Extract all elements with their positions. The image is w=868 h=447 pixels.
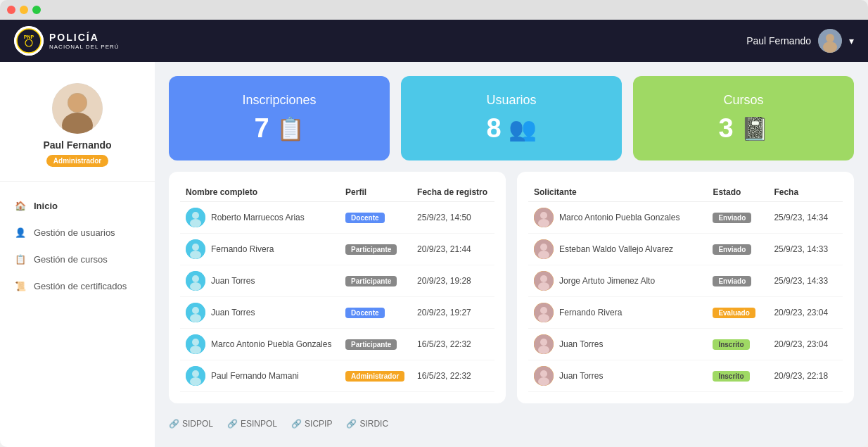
requester-name-cell: Juan Torres (528, 360, 707, 392)
requester-status-cell: Enviado (707, 234, 768, 265)
app-window: PNP POLICÍA NACIONAL DEL PERÚ Paul Ferna… (0, 0, 868, 447)
nav-user-name: Paul Fernando (746, 35, 811, 46)
requester-name-cell: Marco Antonio Puebla Gonzales (528, 202, 707, 234)
user-date-cell: 16/5/23, 22:32 (411, 360, 494, 392)
requester-name: Esteban Waldo Vallejo Alvarez (559, 244, 673, 254)
svg-point-1 (17, 29, 41, 53)
requests-table-card: Solicitante Estado Fecha (517, 172, 854, 403)
user-name-cell: Marco Antonio Puebla Gonzales (180, 329, 340, 360)
table-row: Juan Torres Participante 20/9/23, 19:28 (180, 265, 494, 297)
link-sicpip[interactable]: 🔗 SICPIP (291, 419, 332, 429)
link-icon-sirdic: 🔗 (346, 419, 357, 429)
minimize-button[interactable] (20, 6, 28, 14)
titlebar (0, 0, 868, 20)
close-button[interactable] (7, 6, 15, 14)
status-badge: Enviado (713, 244, 751, 255)
sidebar-item-inicio[interactable]: 🏠 Inicio (0, 192, 155, 219)
requester-name-cell: Jorge Artuto Jimenez Alto (528, 265, 707, 297)
stats-row: Inscripciones 7 📋 Usuarios 8 👥 (169, 76, 854, 160)
main-content: Paul Fernando Administrador 🏠 Inicio 👤 G… (0, 62, 868, 447)
svg-point-34 (538, 251, 549, 259)
requester-name: Juan Torres (559, 339, 603, 349)
profile-badge: Participante (345, 276, 397, 287)
col-fecha-req: Fecha (768, 183, 843, 202)
user-name: Juan Torres (211, 276, 255, 286)
table-row: Roberto Marruecos Arias Docente 25/9/23,… (180, 202, 494, 234)
status-badge: Enviado (713, 276, 751, 287)
svg-point-33 (540, 244, 547, 251)
profile-avatar (52, 83, 103, 134)
sidebar-label-inicio: Inicio (34, 201, 58, 211)
user-name: Juan Torres (211, 308, 255, 317)
sidebar-label-usuarios: Gestión de usuarios (34, 227, 115, 238)
requester-status-cell: Enviado (707, 202, 768, 234)
stat-value-inscripciones: 7 📋 (254, 113, 304, 144)
requester-date-cell: 25/9/23, 14:33 (768, 265, 843, 297)
sidebar: Paul Fernando Administrador 🏠 Inicio 👤 G… (0, 62, 155, 447)
requester-date-cell: 20/9/23, 22:18 (768, 360, 843, 392)
sidebar-item-certificados[interactable]: 📜 Gestión de certificados (0, 272, 155, 299)
mini-avatar (534, 271, 554, 291)
requester-date-cell: 20/9/23, 23:04 (768, 329, 843, 360)
table-row: Paul Fernando Mamani Administrador 16/5/… (180, 360, 494, 392)
mini-avatar (186, 334, 205, 354)
link-icon-sicpip: 🔗 (291, 419, 302, 429)
requester-name-cell: Juan Torres (528, 329, 707, 360)
sidebar-navigation: 🏠 Inicio 👤 Gestión de usuarios 📋 Gestión… (0, 182, 155, 310)
page-area: Inscripciones 7 📋 Usuarios 8 👥 (155, 62, 868, 447)
user-profile-cell: Docente (340, 202, 411, 234)
svg-point-27 (192, 370, 199, 377)
maximize-button[interactable] (32, 6, 41, 14)
svg-point-42 (540, 339, 547, 346)
user-date-cell: 20/9/23, 21:44 (411, 234, 494, 265)
svg-point-36 (540, 275, 547, 282)
stat-icon-inscripciones: 📋 (276, 115, 305, 142)
user-menu[interactable]: Paul Fernando ▾ (746, 29, 854, 53)
tables-row: Nombre completo Perfil Fecha de registro (169, 172, 854, 403)
col-estado: Estado (707, 183, 768, 202)
logo-badge: PNP (14, 26, 44, 56)
svg-point-16 (190, 251, 201, 259)
link-sidpol[interactable]: 🔗 SIDPOL (169, 419, 213, 429)
stat-card-cursos: Cursos 3 📓 (633, 76, 854, 160)
table-row: Fernando Rivera Participante 20/9/23, 21… (180, 234, 494, 265)
col-solicitante: Solicitante (528, 183, 707, 202)
user-date-cell: 25/9/23, 14:50 (411, 202, 494, 234)
status-badge: Evaluado (713, 308, 755, 318)
user-name: Marco Antonio Puebla Gonzales (211, 339, 331, 349)
users-icon: 👤 (14, 226, 27, 239)
table-row: Juan Torres Docente 20/9/23, 19:27 (180, 297, 494, 329)
svg-point-43 (538, 346, 549, 354)
profile-name: Paul Fernando (43, 139, 111, 151)
col-nombre: Nombre completo (180, 183, 340, 202)
profile-badge: Administrador (345, 371, 404, 382)
table-row: Juan Torres Inscrito 20/9/23, 23:04 (528, 329, 843, 360)
svg-point-37 (538, 282, 549, 291)
user-name-cell: Paul Fernando Mamani (180, 360, 340, 392)
stat-value-usuarios: 8 👥 (486, 113, 536, 144)
nav-user-avatar (818, 29, 842, 53)
stat-title-inscripciones: Inscripciones (242, 93, 316, 108)
user-name: Roberto Marruecos Arias (211, 213, 305, 222)
sidebar-item-usuarios[interactable]: 👤 Gestión de usuarios (0, 219, 155, 246)
sidebar-label-certificados: Gestión de certificados (34, 281, 127, 291)
logo-text: POLICÍA NACIONAL DEL PERÚ (49, 32, 120, 50)
col-fecha: Fecha de registro (411, 183, 494, 202)
top-navigation: PNP POLICÍA NACIONAL DEL PERÚ Paul Ferna… (0, 20, 868, 62)
profile-badge: Docente (345, 213, 384, 223)
svg-point-46 (538, 377, 549, 386)
requester-status-cell: Evaluado (707, 297, 768, 329)
link-sirdic[interactable]: 🔗 SIRDIC (346, 419, 388, 429)
svg-point-5 (826, 34, 834, 42)
sidebar-item-cursos[interactable]: 📋 Gestión de cursos (0, 246, 155, 272)
user-name: Fernando Rivera (211, 244, 274, 254)
svg-point-21 (192, 307, 199, 314)
profile-badge: Participante (345, 244, 397, 255)
link-esinpol[interactable]: 🔗 ESINPOL (227, 419, 277, 429)
table-row: Esteban Waldo Vallejo Alvarez Enviado 25… (528, 234, 843, 265)
mini-avatar (534, 334, 554, 354)
footer-links: 🔗 SIDPOL 🔗 ESINPOL 🔗 SICPIP 🔗 SIRDIC (169, 415, 854, 433)
stat-card-usuarios: Usuarios 8 👥 (401, 76, 622, 160)
svg-point-31 (538, 219, 549, 227)
svg-point-45 (540, 370, 547, 377)
